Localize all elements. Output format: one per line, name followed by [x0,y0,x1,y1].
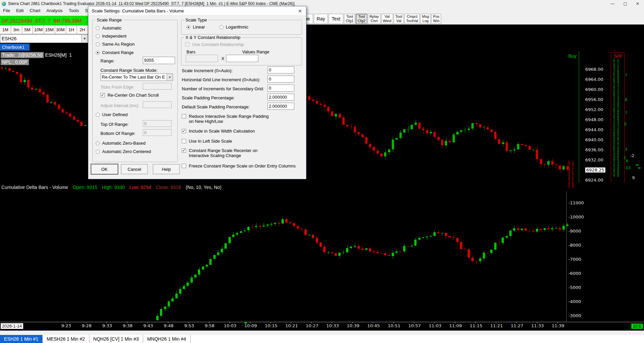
dialog-title-bar[interactable]: Scale Settings: Cumulative Delta Bars - … [88,6,306,16]
radio-linear[interactable]: Linear [186,24,205,30]
horizontal-scrollbar[interactable] [0,331,644,335]
dialog-close-icon[interactable]: ✕ [298,8,306,14]
reduce-interactive-padding-checkbox[interactable]: Reduce Interactive Scale Range Padding o… [182,114,272,124]
settings-row-input[interactable]: 2.000000 [267,94,294,101]
candle-body [494,243,497,250]
menu-item[interactable]: File [0,8,13,13]
radio-icon[interactable] [96,26,100,30]
chart-tab[interactable]: NQH26 [CV] 1 Min #3 [89,335,143,343]
toolbar-button[interactable]: Tool Cfg1 [344,14,355,24]
recenter-on-chart-scroll-checkbox[interactable]: Re-Center On Chart Scroll [100,93,159,98]
constant-range-scale-mode-select[interactable]: Re-Center To The Last Bar On E ▼ [100,74,173,81]
radio-icon[interactable] [96,51,100,55]
candle-body [544,164,546,165]
candle-body [414,240,417,246]
time-tick-mark [127,322,127,323]
checkbox-icon[interactable] [182,139,186,143]
maximize-icon[interactable]: ▢ [624,1,627,6]
checkbox-icon[interactable] [182,164,186,168]
time-tick-mark [373,322,373,323]
cancel-button[interactable]: Cancel [121,164,148,174]
radio-logarithmic[interactable]: Logarithmic [219,24,248,30]
radio-automatic-zero-based[interactable]: Automatic Zero-Based [96,141,145,146]
candle-body [532,231,534,232]
toolbar-button[interactable]: Msg Log [420,14,431,24]
study-title[interactable]: Cumulative Delta Bars - Volume [1,185,68,190]
candle-body [562,226,565,230]
checkbox-icon[interactable] [182,148,186,153]
window-controls: — ▢ ✕ [611,1,644,6]
candle-body [58,105,60,109]
candle-body [338,253,341,256]
values-range-input[interactable] [226,55,258,62]
help-button[interactable]: Help [153,164,180,174]
radio-icon[interactable] [96,42,100,46]
settings-row-input[interactable]: 0 [267,85,294,92]
checkbox-icon[interactable] [182,129,186,133]
candle-body [198,270,200,275]
freeze-constant-range-checkbox[interactable]: Freeze Constant Range Scale on Order Ent… [182,163,303,168]
radio-icon[interactable] [186,25,190,29]
radio-automatic[interactable]: Automatic [96,26,122,31]
toolbar-button[interactable]: Val Wind [381,14,393,24]
candle-body [498,243,500,243]
time-axis[interactable]: 2026-1-14 10 E [0,322,644,331]
radio-user-defined[interactable]: User Defined [96,112,128,117]
toolbar-button[interactable]: Tool Val [394,14,404,24]
candle-body [460,242,462,249]
toolbar-button[interactable]: Tool Cfg2 [356,14,367,24]
candle-body [316,238,318,243]
radio-same-as-region[interactable]: Same As Region [96,42,135,47]
menu-item[interactable]: Edit [13,8,27,13]
toolbar-button[interactable]: Pos Win [431,14,441,24]
candle-body [251,227,254,227]
candle-body [506,236,508,238]
candle-wick [252,224,253,229]
candle-body [422,129,424,131]
candle-body [266,225,269,226]
menu-item[interactable]: Tools [66,8,82,13]
radio-icon[interactable] [219,25,223,29]
menu-item[interactable]: Analysis [43,8,66,13]
radio-automatic-zero-centered[interactable]: Automatic Zero Centered [96,149,151,154]
minimize-icon[interactable]: — [611,1,615,6]
settings-row-input[interactable]: 0 [267,66,294,74]
radio-icon[interactable] [96,113,100,117]
scale-type-legend: Scale Type [184,17,208,22]
use-constant-relationship-checkbox: Use Constant Relationship [185,42,244,47]
candle-body [433,232,436,236]
checkbox-icon[interactable] [100,93,105,97]
constant-range-recenter-checkbox[interactable]: Constant Range Scale Recenter on Interac… [182,148,272,158]
settings-row-label: Default Scale Padding Percentage: [182,104,250,109]
toolbar-button[interactable]: Cmpct ToolVal [404,14,420,24]
candle-body [555,164,557,165]
candle-body [213,255,216,259]
radio-icon[interactable] [96,141,100,145]
toolbar-button[interactable]: Rplay Chrt [368,14,381,24]
candle-wick [309,234,310,236]
chart-tab[interactable]: MESH26 1 Min #2 [43,335,89,343]
menu-item[interactable]: Chart [27,8,43,13]
range-input[interactable]: 9355 [143,57,175,64]
chart-tab[interactable]: ESH26 1 Min #1 [0,335,43,343]
checkbox-icon[interactable] [182,114,186,118]
depth-count-label: 6 [626,158,628,163]
toolbar-button[interactable]: Text [329,14,343,24]
settings-row-input[interactable]: 0 [267,76,294,83]
radio-independent[interactable]: Independent [96,34,126,39]
study-high-value: High: 9330 [102,185,125,190]
radio-constant-range[interactable]: Constant Range [96,50,134,55]
include-scale-width-checkbox[interactable]: Include in Scale Width Calculation [182,129,255,134]
ok-button[interactable]: OK [91,164,118,174]
constant-range-scale-mode-label: Constant Range Scale Mode: [100,68,158,73]
radio-icon[interactable] [96,150,100,154]
chevron-down-icon[interactable]: ▼ [167,74,173,81]
radio-icon[interactable] [96,34,100,38]
toolbar-button[interactable]: Ray [314,14,328,24]
settings-row-input[interactable]: 2.000000 [267,103,294,110]
candle-body [513,149,516,150]
chart-tab[interactable]: MNQH26 1 Min #4 [143,335,190,343]
use-left-side-scale-checkbox[interactable]: Use In Left Side Scale [182,139,232,144]
close-icon[interactable]: ✕ [636,1,639,6]
candle-body [224,243,227,249]
